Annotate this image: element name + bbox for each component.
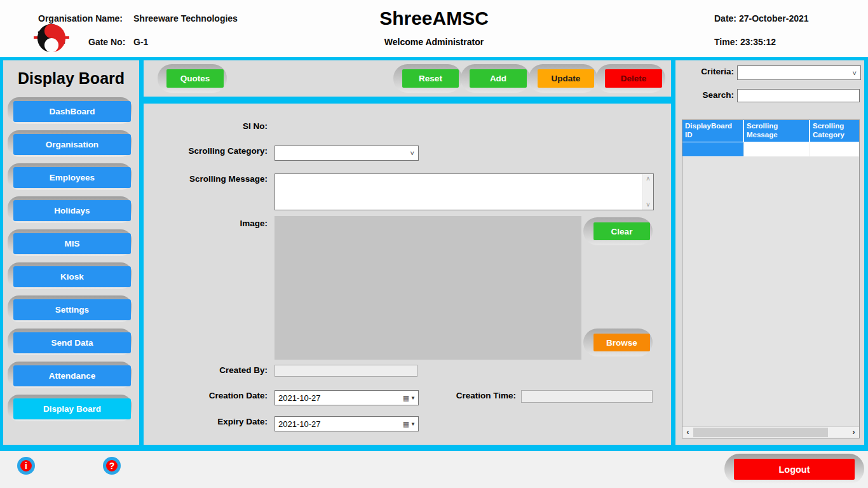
sidebar-item-employees[interactable]: Employees	[13, 167, 131, 188]
content-area: Display Board DashBoard Organisation Emp…	[0, 57, 868, 451]
sidebar-item-attendance[interactable]: Attendance	[13, 365, 131, 386]
grid-header: DisplayBoard ID Scrolling Message Scroll…	[682, 120, 859, 142]
browse-button[interactable]: Browse	[593, 334, 650, 351]
logout-button-wrap[interactable]: Logout	[734, 459, 855, 480]
sidebar-nav: DashBoard Organisation Employees Holiday…	[13, 101, 131, 431]
search-label: Search:	[675, 90, 734, 100]
employees-button[interactable]: Employees	[13, 167, 131, 188]
clear-button-wrap[interactable]: Clear	[593, 222, 650, 240]
mis-button[interactable]: MIS	[13, 233, 131, 254]
expiry-date-picker[interactable]: 2021-10-27 ▦ ▼	[275, 416, 419, 431]
attendance-button[interactable]: Attendance	[13, 365, 131, 386]
criteria-label: Criteria:	[675, 67, 734, 76]
chevron-left-icon[interactable]: ‹	[682, 427, 693, 438]
sidebar-item-kiosk[interactable]: Kiosk	[13, 266, 131, 287]
settings-button[interactable]: Settings	[13, 299, 131, 320]
kiosk-button[interactable]: Kiosk	[13, 266, 131, 287]
time-value: 23:35:12	[740, 37, 776, 47]
scrolling-category-label: Scrolling Category:	[144, 146, 268, 156]
created-by-label: Created By:	[144, 365, 268, 375]
expiry-date-label: Expiry Date:	[144, 417, 268, 426]
cell-scrolling-category[interactable]	[810, 142, 859, 156]
date-label: Date: 27-October-2021	[714, 13, 809, 24]
display-board-form: SI No: Scrolling Category: ˅ Scrolling M…	[144, 104, 671, 445]
chevron-down-icon[interactable]: ˅	[643, 200, 653, 210]
search-input[interactable]	[737, 89, 860, 102]
chevron-right-icon[interactable]: ›	[848, 427, 859, 438]
chevron-down-icon[interactable]: ▼	[410, 421, 416, 427]
dashboard-button[interactable]: DashBoard	[13, 101, 131, 122]
sidebar: Display Board DashBoard Organisation Emp…	[3, 60, 139, 445]
scrolling-message-input[interactable]: ˄ ˅	[275, 173, 654, 210]
footer: i ? Logout	[0, 451, 868, 488]
chevron-up-icon[interactable]: ˄	[643, 174, 653, 184]
scrolling-message-label: Scrolling Message:	[144, 174, 268, 184]
calendar-icon: ▦	[403, 420, 409, 428]
delete-button[interactable]: Delete	[605, 69, 662, 88]
info-button[interactable]: i	[17, 457, 35, 475]
reset-button-wrap[interactable]: Reset	[402, 69, 459, 88]
update-button[interactable]: Update	[538, 69, 594, 88]
cell-displayboard-id[interactable]	[682, 142, 744, 156]
search-panel: Criteria: ˅ Search: DisplayBoard ID Scro…	[675, 60, 864, 445]
message-scrollbar[interactable]: ˄ ˅	[642, 174, 653, 210]
delete-button-wrap[interactable]: Delete	[605, 69, 662, 88]
organisation-button[interactable]: Organisation	[13, 134, 131, 155]
column-header-scrolling-message[interactable]: Scrolling Message	[744, 120, 810, 142]
created-by-field	[275, 365, 417, 377]
time-label: Time: 23:35:12	[714, 37, 776, 47]
grid-row[interactable]	[682, 142, 859, 157]
column-header-scrolling-category[interactable]: Scrolling Category	[810, 120, 859, 142]
sidebar-item-dashboard[interactable]: DashBoard	[13, 101, 131, 122]
clear-button[interactable]: Clear	[593, 222, 650, 240]
page-title: Display Board	[3, 69, 139, 88]
sidebar-item-holidays[interactable]: Holidays	[13, 200, 131, 221]
sidebar-item-organisation[interactable]: Organisation	[13, 134, 131, 155]
send-data-button[interactable]: Send Data	[13, 332, 131, 353]
column-header-displayboard-id[interactable]: DisplayBoard ID	[682, 120, 744, 142]
chevron-down-icon: ˅	[853, 69, 857, 77]
display-board-grid: DisplayBoard ID Scrolling Message Scroll…	[682, 119, 860, 438]
chevron-down-icon: ˅	[410, 149, 414, 157]
si-no-label: SI No:	[144, 121, 268, 131]
display-board-button[interactable]: Display Board	[13, 398, 131, 419]
sidebar-item-display-board[interactable]: Display Board	[13, 398, 131, 419]
update-button-wrap[interactable]: Update	[538, 69, 594, 88]
add-button[interactable]: Add	[470, 69, 527, 88]
sidebar-item-send-data[interactable]: Send Data	[13, 332, 131, 353]
creation-date-label: Creation Date:	[144, 391, 268, 400]
quotes-button-wrap[interactable]: Quotes	[166, 69, 224, 88]
holidays-button[interactable]: Holidays	[13, 200, 131, 221]
date-value: 27-October-2021	[739, 13, 809, 24]
creation-time-label: Creation Time:	[391, 391, 516, 400]
image-picturebox	[275, 216, 581, 360]
scrollbar-thumb[interactable]	[693, 428, 828, 437]
grid-horizontal-scrollbar[interactable]: ‹ ›	[682, 426, 859, 438]
creation-time-field	[521, 390, 653, 403]
app-header: Organisation Name: Shreeware Technologie…	[0, 0, 868, 57]
criteria-select[interactable]: ˅	[737, 65, 861, 80]
image-label: Image:	[144, 219, 268, 228]
add-button-wrap[interactable]: Add	[470, 69, 527, 88]
logout-button[interactable]: Logout	[734, 459, 855, 480]
toolbar: Quotes Reset Add Update Delete	[144, 60, 671, 97]
sidebar-item-settings[interactable]: Settings	[13, 299, 131, 320]
creation-date-value: 2021-10-27	[275, 393, 321, 403]
sidebar-item-mis[interactable]: MIS	[13, 233, 131, 254]
reset-button[interactable]: Reset	[402, 69, 459, 88]
expiry-date-value: 2021-10-27	[275, 419, 321, 429]
browse-button-wrap[interactable]: Browse	[593, 334, 650, 351]
scrolling-category-select[interactable]: ˅	[275, 146, 419, 161]
cell-scrolling-message[interactable]	[744, 142, 810, 156]
quotes-button[interactable]: Quotes	[166, 69, 224, 88]
help-button[interactable]: ?	[103, 457, 121, 475]
